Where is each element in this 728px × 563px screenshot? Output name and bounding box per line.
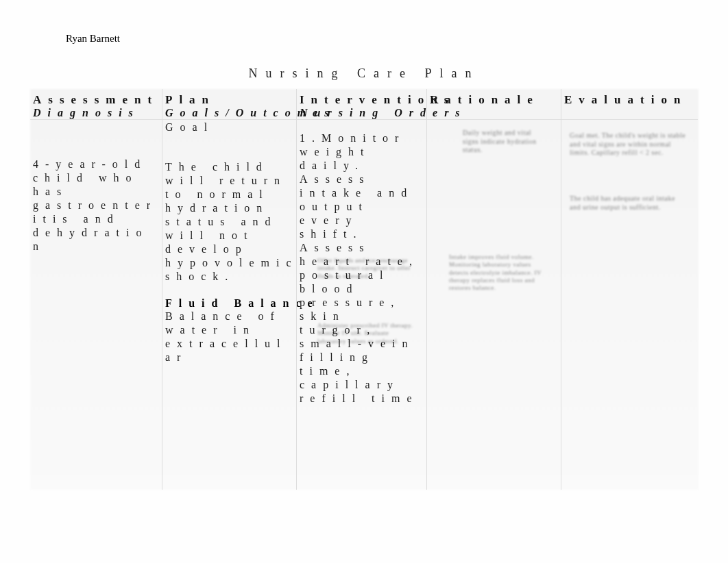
table-grid: Assessment Diagnosis 4-year-old child wh…: [30, 89, 699, 490]
care-plan-table: Assessment Diagnosis 4-year-old child wh…: [30, 89, 699, 490]
col-plan: Plan Goals/Outcomes Goal The child will …: [162, 89, 296, 490]
page-title: Nursing Care Plan: [0, 66, 728, 81]
assessment-body: 4-year-old child who has gastroenteritis…: [33, 158, 159, 253]
rationale-item-1-blurred: Daily weight and vital signs indicate hy…: [461, 127, 550, 156]
intervention-item-3-blurred: Administer prescribed IV therapy. Monito…: [316, 321, 419, 347]
subheader-nursing-orders: Nursing Orders: [300, 107, 424, 119]
goal-text: The child will return to normal hydratio…: [165, 160, 293, 284]
header-rationale: Rationale: [430, 93, 558, 107]
evaluation-item-2-blurred: The child has adequate oral intake and u…: [568, 193, 685, 213]
subheader-diagnosis: Diagnosis: [33, 107, 159, 119]
evaluation-item-1-blurred: Goal met. The child's weight is stable a…: [568, 130, 692, 159]
fluid-balance-text: Balance of water in extracellular: [165, 310, 293, 364]
row-divider: [297, 119, 426, 120]
col-interventions: Interventions Nursing Orders 1.Monitor w…: [296, 89, 426, 490]
intervention-item-2-blurred: Offer liquids and ice; encourage intake.…: [316, 255, 419, 282]
row-divider: [162, 119, 296, 120]
subheader-goals: Goals/Outcomes: [165, 107, 293, 119]
header-interventions: Interventions: [300, 93, 424, 107]
goal-label: Goal: [165, 121, 293, 134]
col-evaluation: Evaluation Goal met. The child's weight …: [561, 89, 698, 490]
header-plan: Plan: [165, 93, 293, 107]
rationale-item-2-blurred: Intake improves fluid volume. Monitoring…: [448, 252, 550, 293]
item-number: 1.: [300, 132, 321, 144]
row-divider: [427, 119, 561, 120]
row-divider: [561, 119, 698, 120]
header-evaluation: Evaluation: [564, 93, 695, 107]
col-rationale: Rationale Daily weight and vital signs i…: [426, 89, 561, 490]
header-assessment: Assessment: [33, 93, 159, 107]
author-name: Ryan Barnett: [66, 33, 120, 45]
row-divider: [30, 119, 162, 120]
col-assessment: Assessment Diagnosis 4-year-old child wh…: [30, 89, 162, 490]
